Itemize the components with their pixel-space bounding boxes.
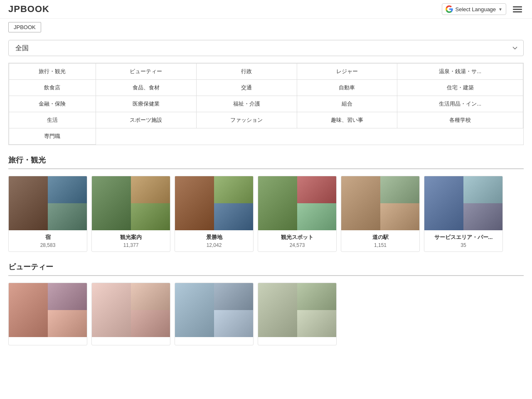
category-card[interactable]: サービスエリア・パー...35 [424,176,503,252]
card-thumbnail [175,283,214,337]
card-name: 景勝地 [178,234,250,241]
card-info [92,337,170,345]
chevron-down-icon: ▼ [498,7,502,12]
breadcrumb-bar: JPBOOK [0,19,532,36]
card-name: 道の駅 [345,234,416,241]
category-cell[interactable] [96,128,196,145]
card-thumbnail [214,176,253,203]
language-selector[interactable]: Select Language ▼ [442,3,507,15]
category-cell[interactable] [297,128,397,145]
card-info: 道の駅1,151 [341,230,419,251]
category-cell[interactable]: 金融・保険 [9,96,96,112]
category-cell[interactable]: 飲食店 [9,80,96,96]
section-beauty: ビューティー [8,262,524,345]
category-cell[interactable]: 住宅・建築 [397,80,523,96]
card-thumbnail [48,283,87,310]
card-thumbnail [297,203,336,230]
card-thumbnail [214,310,253,337]
card-thumbnail [297,176,336,203]
category-cell[interactable]: 趣味、習い事 [297,112,397,128]
category-card[interactable]: 景勝地12,042 [175,176,254,252]
header-right: Select Language ▼ [442,3,524,15]
category-cell[interactable]: レジャー [297,64,397,80]
category-cell[interactable]: スポーツ施設 [96,112,196,128]
category-cell[interactable]: 旅行・観光 [9,64,96,80]
card-info: 景勝地12,042 [175,230,253,251]
breadcrumb-item[interactable]: JPBOOK [8,22,41,32]
card-thumbnail [380,176,419,203]
card-thumbnail [175,176,214,230]
beauty-cards-grid [8,283,524,345]
card-thumbnail [131,283,170,310]
card-info: 観光スポット24,573 [258,230,336,251]
card-count: 11,377 [95,242,167,248]
card-thumbnail [380,203,419,230]
list-view-icon[interactable] [511,5,524,14]
category-cell[interactable] [196,128,297,145]
card-name: 観光スポット [261,234,333,241]
section-travel: 旅行・観光 宿28,583観光案内11,377景勝地12,042観光スポット24… [8,155,524,252]
card-thumbnail [48,310,87,337]
category-cell[interactable]: 生活用品・イン... [397,96,523,112]
category-cell[interactable]: ファッション [196,112,297,128]
site-logo[interactable]: JPBOOK [8,4,49,15]
category-cell[interactable]: 食品、食材 [96,80,196,96]
category-card[interactable] [175,283,254,345]
category-cell[interactable]: 生活 [9,112,96,128]
card-image-grid [341,176,419,230]
category-cell[interactable]: 自動車 [297,80,397,96]
category-cell[interactable]: 組合 [297,96,397,112]
category-grid: 旅行・観光ビューティー行政レジャー温泉・銭湯・サ...飲食店食品、食材交通自動車… [8,63,524,145]
card-thumbnail [258,283,297,337]
card-count: 35 [428,242,499,248]
category-card[interactable]: 観光スポット24,573 [258,176,337,252]
category-cell[interactable]: 専門職 [9,128,96,145]
card-info: サービスエリア・パー...35 [424,230,502,251]
card-image-grid [424,176,502,230]
category-cell[interactable]: 医療保健業 [96,96,196,112]
category-cell[interactable]: 福祉・介護 [196,96,297,112]
card-image-grid [258,283,336,337]
category-cell[interactable]: 交通 [196,80,297,96]
card-thumbnail [9,176,48,230]
card-info [175,337,253,345]
category-card[interactable]: 観光案内11,377 [91,176,170,252]
category-card[interactable] [8,283,87,345]
card-image-grid [175,283,253,337]
category-cell[interactable]: 温泉・銭湯・サ... [397,64,523,80]
card-thumbnail [297,310,336,337]
card-thumbnail [463,176,502,203]
region-select[interactable]: 全国 北海道 東北 関東 中部 近畿 中国 四国 九州・沖縄 [8,40,524,56]
card-image-grid [9,283,87,337]
category-card[interactable] [258,283,337,345]
section-title-travel: 旅行・観光 [8,155,524,169]
category-card[interactable]: 宿28,583 [8,176,87,252]
card-thumbnail [131,310,170,337]
card-count: 12,042 [178,242,250,248]
card-name: 宿 [12,234,84,241]
card-thumbnail [131,203,170,230]
section-title-beauty: ビューティー [8,262,524,276]
card-thumbnail [214,283,253,310]
card-thumbnail [48,176,87,203]
card-thumbnail [297,283,336,310]
card-image-grid [258,176,336,230]
card-count: 24,573 [261,242,333,248]
travel-cards-grid: 宿28,583観光案内11,377景勝地12,042観光スポット24,573道の… [8,176,524,252]
card-thumbnail [131,176,170,203]
category-cell[interactable]: ビューティー [96,64,196,80]
card-thumbnail [92,176,131,230]
card-thumbnail [92,283,131,337]
category-cell[interactable]: 行政 [196,64,297,80]
card-thumbnail [9,283,48,337]
category-card[interactable] [91,283,170,345]
google-icon [446,5,453,13]
card-image-grid [9,176,87,230]
card-thumbnail [341,176,380,230]
category-card[interactable]: 道の駅1,151 [341,176,420,252]
card-thumbnail [463,203,502,230]
category-cell[interactable] [397,128,523,145]
category-cell[interactable]: 各種学校 [397,112,523,128]
card-thumbnail [214,203,253,230]
card-image-grid [92,176,170,230]
